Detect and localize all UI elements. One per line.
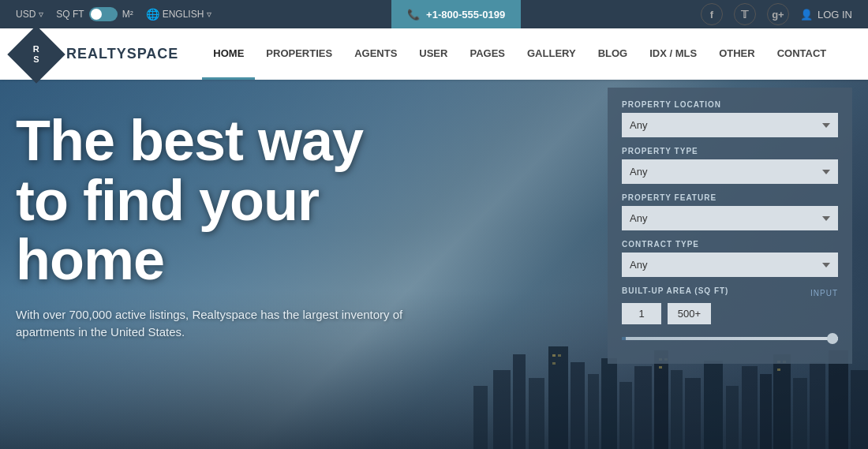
svg-rect-17: [760, 374, 772, 449]
svg-rect-1: [473, 386, 488, 449]
hero-heading-line2: to find your: [16, 169, 319, 232]
language-label: ENGLISH: [163, 9, 204, 20]
unit-m2-label: M²: [122, 9, 133, 20]
logo-text: REALTYSPACE: [66, 46, 178, 62]
svg-rect-18: [773, 354, 791, 449]
feature-label: PROPERTY FEATURE: [622, 193, 838, 202]
currency-arrow: ▿: [39, 9, 43, 20]
top-bar-left: USD ▿ SQ FT M² 🌐 ENGLISH ▿: [16, 7, 211, 21]
googleplus-icon[interactable]: g+: [767, 3, 789, 25]
location-label: PROPERTY LOCATION: [622, 100, 838, 109]
svg-rect-28: [659, 366, 662, 369]
login-button[interactable]: 👤 LOG IN: [800, 9, 852, 21]
input-label: INPUT: [810, 289, 838, 297]
svg-rect-22: [851, 370, 868, 449]
type-field: PROPERTY TYPE Any House Apartment Villa: [622, 147, 838, 184]
search-panel: PROPERTY LOCATION Any New York Los Angel…: [608, 88, 852, 364]
unit-toggle-wrap: SQ FT M²: [56, 7, 133, 21]
login-label: LOG IN: [817, 9, 852, 21]
svg-rect-6: [571, 362, 585, 449]
nav-item-agents[interactable]: AGENTS: [343, 28, 408, 80]
logo-diamond: RS: [7, 25, 65, 84]
facebook-icon[interactable]: f: [701, 3, 723, 25]
feature-select[interactable]: Any Pool Garage Garden: [622, 206, 838, 230]
svg-rect-13: [685, 378, 701, 449]
svg-rect-24: [558, 354, 561, 357]
svg-rect-5: [548, 346, 568, 449]
svg-rect-15: [726, 386, 739, 449]
hero-heading-line3: home: [16, 228, 164, 291]
svg-rect-23: [552, 354, 556, 357]
svg-rect-12: [671, 370, 683, 449]
contract-label: CONTRACT TYPE: [622, 240, 838, 249]
svg-rect-25: [552, 362, 556, 365]
area-min-input[interactable]: [622, 303, 661, 324]
hero-section: The best way to find your home With over…: [0, 80, 868, 449]
currency-selector[interactable]: USD ▿: [16, 9, 43, 20]
svg-rect-4: [529, 378, 544, 449]
phone-icon: 📞: [407, 9, 420, 21]
nav-item-gallery[interactable]: GALLERY: [516, 28, 587, 80]
globe-icon: 🌐: [146, 8, 159, 21]
hero-heading: The best way to find your home: [16, 111, 458, 290]
svg-rect-2: [493, 370, 511, 449]
nav-item-properties[interactable]: PROPERTIES: [255, 28, 343, 80]
nav-item-home[interactable]: HOME: [202, 28, 255, 80]
nav-item-blog[interactable]: BLOG: [587, 28, 639, 80]
area-header-row: BUILT-UP AREA (SQ FT) INPUT: [622, 286, 838, 299]
top-bar-right: f 𝕋 g+ 👤 LOG IN: [701, 3, 852, 25]
contract-select[interactable]: Any For Sale For Rent: [622, 253, 838, 277]
nav-item-other[interactable]: OTHER: [708, 28, 766, 80]
hero-heading-line1: The best way: [16, 109, 363, 172]
twitter-icon[interactable]: 𝕋: [734, 3, 756, 25]
type-label: PROPERTY TYPE: [622, 147, 838, 155]
nav-item-idxmls[interactable]: IDX / MLS: [638, 28, 708, 80]
logo[interactable]: RS REALTYSPACE: [16, 34, 178, 75]
location-select[interactable]: Any New York Los Angeles Chicago: [622, 113, 838, 137]
unit-sqft-label: SQ FT: [56, 9, 84, 20]
svg-rect-16: [742, 366, 758, 449]
svg-rect-14: [704, 361, 723, 449]
nav-links: HOME PROPERTIES AGENTS USER PAGES GALLER…: [202, 28, 852, 80]
svg-rect-20: [810, 362, 825, 449]
nav-bar: RS REALTYSPACE HOME PROPERTIES AGENTS US…: [0, 28, 868, 80]
svg-rect-11: [654, 350, 668, 449]
svg-rect-31: [777, 369, 780, 371]
top-bar: USD ▿ SQ FT M² 🌐 ENGLISH ▿ 📞 +1-800-555-…: [0, 0, 868, 28]
contract-field: CONTRACT TYPE Any For Sale For Rent: [622, 240, 838, 277]
nav-item-contact[interactable]: CONTACT: [766, 28, 838, 80]
type-select[interactable]: Any House Apartment Villa: [622, 159, 838, 184]
nav-item-pages[interactable]: PAGES: [458, 28, 516, 80]
feature-field: PROPERTY FEATURE Any Pool Garage Garden: [622, 193, 838, 230]
svg-rect-19: [793, 378, 807, 449]
area-range-row: [622, 303, 838, 324]
svg-rect-21: [829, 350, 848, 449]
top-bar-center: 📞 +1-800-555-0199: [211, 0, 701, 28]
location-field: PROPERTY LOCATION Any New York Los Angel…: [622, 100, 838, 137]
svg-rect-9: [619, 382, 632, 449]
logo-initials: RS: [33, 43, 39, 64]
phone-number: +1-800-555-0199: [426, 9, 505, 21]
language-selector[interactable]: 🌐 ENGLISH ▿: [146, 8, 212, 21]
area-field: BUILT-UP AREA (SQ FT) INPUT: [622, 286, 838, 343]
svg-rect-8: [601, 358, 617, 449]
hero-text-block: The best way to find your home With over…: [16, 111, 458, 342]
unit-toggle[interactable]: [89, 7, 118, 21]
currency-label: USD: [16, 9, 36, 20]
svg-rect-7: [588, 374, 599, 449]
nav-item-user[interactable]: USER: [408, 28, 458, 80]
svg-rect-10: [634, 366, 652, 449]
area-range-slider[interactable]: [622, 337, 838, 340]
phone-button[interactable]: 📞 +1-800-555-0199: [391, 0, 521, 28]
user-icon: 👤: [800, 9, 813, 21]
area-label: BUILT-UP AREA (SQ FT): [622, 286, 728, 295]
svg-rect-3: [513, 354, 526, 449]
area-max-input[interactable]: [668, 303, 711, 324]
hero-subtext: With over 700,000 active listings, Realt…: [16, 306, 458, 342]
